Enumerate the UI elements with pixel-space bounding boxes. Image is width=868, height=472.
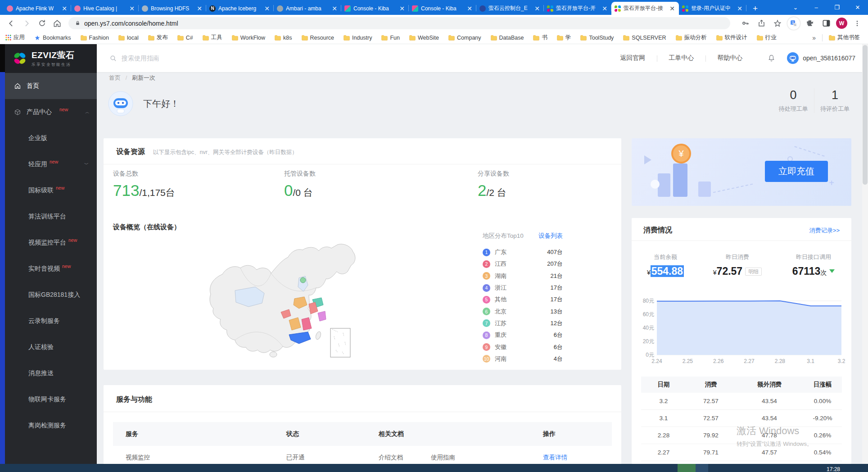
sidebar-item-product-center[interactable]: 产品中心 new ︿ — [5, 99, 97, 125]
ezviz-logo[interactable]: EZVIZ萤石 乐享安全智能生活 — [5, 44, 97, 73]
bookmark-folder-Fashion[interactable]: Fashion — [81, 34, 109, 41]
side-panel-icon[interactable] — [820, 17, 832, 30]
link-help-center[interactable]: 帮助中心 — [705, 54, 754, 62]
browser-tab[interactable]: NApache Iceberg✕ — [206, 2, 274, 15]
share-icon[interactable] — [755, 17, 768, 30]
bookmark-folder-k8s[interactable]: k8s — [275, 34, 292, 41]
scrollbar-thumb[interactable] — [863, 45, 868, 185]
taskbar-app-indicator[interactable] — [678, 464, 696, 472]
bookmark-folder-学[interactable]: 学 — [557, 34, 571, 41]
detail-button[interactable]: 明细 — [745, 268, 762, 276]
bookmark-folder-WebSite[interactable]: WebSite — [409, 34, 439, 41]
minimize-button[interactable]: – — [806, 0, 827, 15]
sidebar-item-轻应用[interactable]: 轻应用new﹀ — [5, 151, 97, 177]
tab-close-icon[interactable]: ✕ — [669, 5, 676, 12]
tab-search-icon[interactable]: ⌄ — [785, 0, 806, 15]
tab-close-icon[interactable]: ✕ — [196, 5, 203, 12]
bookmark-folder-DataBase[interactable]: DataBase — [491, 34, 524, 41]
maximize-button[interactable]: ❐ — [827, 0, 847, 15]
sidebar-item-国标级联[interactable]: 国标级联new — [5, 177, 97, 204]
sidebar-item-home[interactable]: 首页 — [5, 73, 97, 99]
bookmark-folder-软件设计[interactable]: 软件设计 — [716, 34, 747, 41]
tab-close-icon[interactable]: ✕ — [466, 5, 473, 12]
browser-tab[interactable]: 萤石开放平台-开✕ — [544, 2, 611, 15]
windows-taskbar[interactable]: 17:28 — [0, 464, 868, 472]
password-key-icon[interactable] — [739, 17, 751, 30]
new-tab-button[interactable]: + — [746, 2, 764, 15]
refresh-icon[interactable] — [35, 17, 49, 30]
search-input[interactable] — [122, 54, 257, 62]
sidebar-item-消息推送[interactable]: 消息推送 — [5, 360, 97, 386]
tab-close-icon[interactable]: ✕ — [331, 5, 338, 12]
bookmark-folder-Resource[interactable]: Resource — [302, 34, 335, 41]
back-icon[interactable] — [5, 17, 18, 30]
forward-icon[interactable] — [20, 17, 33, 30]
sidebar-item-人证核验[interactable]: 人证核验 — [5, 334, 97, 360]
sidebar-item-实时音视频[interactable]: 实时音视频new — [5, 256, 97, 282]
bookmark-folder-Company[interactable]: Company — [448, 34, 481, 41]
bookmark-folder-ToolStudy[interactable]: ToolStudy — [580, 34, 614, 41]
browser-tab-active[interactable]: 萤石开放平台-接✕ — [611, 2, 679, 15]
browser-tab[interactable]: Browsing HDFS✕ — [139, 2, 206, 15]
bookmarks-overflow-chevron[interactable]: » — [812, 34, 816, 41]
tab-close-icon[interactable]: ✕ — [61, 5, 68, 12]
browser-tab[interactable]: Apache Flink W✕ — [4, 2, 71, 15]
sidebar-item-视频监控平台[interactable]: 视频监控平台new — [5, 230, 97, 256]
browser-tab[interactable]: 萤石云控制台_E✕ — [476, 2, 544, 15]
apps-shortcut[interactable]: 应用 — [5, 34, 25, 41]
extensions-puzzle-icon[interactable] — [804, 17, 816, 30]
other-bookmarks-folder[interactable]: 其他书签 — [829, 34, 860, 41]
bookmark-folder-WorkFlow[interactable]: WorkFlow — [232, 34, 265, 41]
bookmarks-manager-shortcut[interactable]: Bookmarks — [34, 35, 71, 41]
bookmark-folder-local[interactable]: local — [118, 34, 139, 41]
map-province-beijing[interactable] — [300, 277, 306, 283]
translate-icon[interactable]: 文G — [787, 17, 800, 30]
browser-tab[interactable]: Console - Kiba✕ — [341, 2, 409, 15]
map-province-zhejiang[interactable] — [318, 311, 326, 321]
tab-close-icon[interactable]: ✕ — [398, 5, 406, 12]
bookmark-folder-发布[interactable]: 发布 — [148, 34, 168, 41]
service-doc-link[interactable]: 使用指南 — [431, 454, 455, 462]
bookmark-folder-C#[interactable]: C# — [177, 34, 193, 41]
tab-close-icon[interactable]: ✕ — [533, 5, 541, 12]
link-official-site[interactable]: 返回官网 — [608, 54, 657, 62]
browser-tab[interactable]: Hive Catalog |✕ — [71, 2, 139, 15]
china-map[interactable] — [181, 236, 361, 363]
bookmark-folder-Fun[interactable]: Fun — [381, 34, 400, 41]
sidebar-item-离岗检测服务[interactable]: 离岗检测服务 — [5, 413, 97, 439]
bookmark-folder-Industry[interactable]: Industry — [344, 34, 372, 41]
bookmark-folder-行业[interactable]: 行业 — [757, 34, 777, 41]
profile-avatar[interactable]: W — [836, 18, 847, 29]
consumption-records-link[interactable]: 消费记录>> — [809, 227, 840, 235]
search-box[interactable] — [109, 54, 608, 62]
tab-close-icon[interactable]: ✕ — [128, 5, 136, 12]
bookmark-folder-工具[interactable]: 工具 — [203, 34, 222, 41]
bookmark-star-icon[interactable] — [771, 17, 784, 30]
menu-kebab-icon[interactable] — [851, 17, 863, 30]
sidebar-item-国标GB28181接入[interactable]: 国标GB28181接入 — [5, 282, 97, 308]
notification-bell-icon[interactable] — [768, 54, 775, 62]
taskbar-app-indicator-2[interactable] — [696, 464, 708, 472]
sidebar-item-算法训练平台[interactable]: 算法训练平台 — [5, 204, 97, 230]
sidebar-item-云录制服务[interactable]: 云录制服务 — [5, 308, 97, 334]
link-ticket-center[interactable]: 工单中心 — [657, 54, 705, 62]
recharge-button[interactable]: 立即充值 — [765, 161, 828, 182]
browser-tab[interactable]: Ambari - amba✕ — [274, 2, 341, 15]
bookmark-folder-书[interactable]: 书 — [533, 34, 547, 41]
bookmark-folder-SQLSERVER[interactable]: SQLSERVER — [623, 34, 666, 41]
address-bar[interactable]: open.ys7.com/console/home.html — [68, 17, 730, 29]
browser-tab[interactable]: Console - Kiba✕ — [409, 2, 476, 15]
sidebar-item-企业版[interactable]: 企业版 — [5, 125, 97, 151]
tab-close-icon[interactable]: ✕ — [736, 5, 743, 12]
browser-tab[interactable]: 登录-用户认证中✕ — [679, 2, 746, 15]
page-scrollbar[interactable] — [862, 44, 868, 464]
home-icon[interactable] — [50, 17, 64, 30]
breadcrumb-home[interactable]: 首页 — [109, 74, 121, 81]
service-detail-link[interactable]: 查看详情 — [543, 454, 612, 462]
tab-close-icon[interactable]: ✕ — [263, 5, 271, 12]
tab-close-icon[interactable]: ✕ — [601, 5, 608, 12]
bookmark-folder-振动分析[interactable]: 振动分析 — [676, 34, 707, 41]
user-menu[interactable]: open_3581616077 — [787, 52, 855, 64]
service-doc-link[interactable]: 介绍文档 — [379, 454, 403, 462]
device-list-link[interactable]: 设备列表 — [538, 232, 563, 240]
